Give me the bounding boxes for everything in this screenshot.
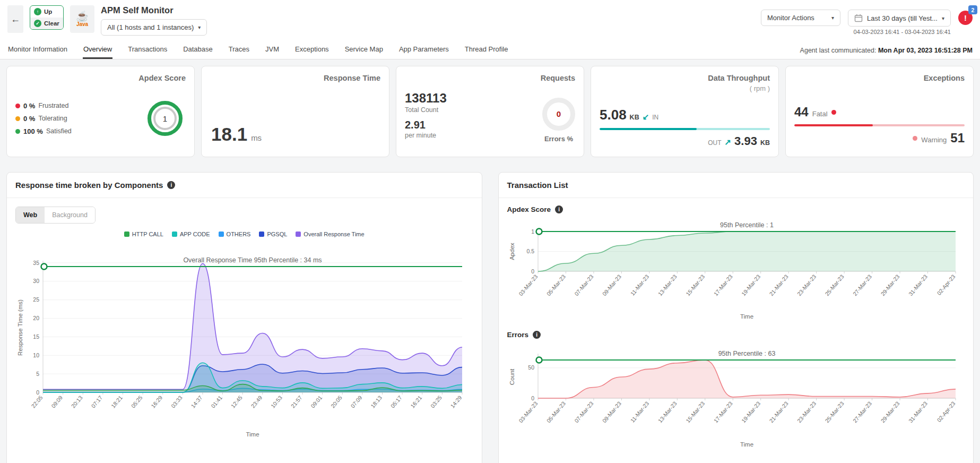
svg-text:29-Mar-23: 29-Mar-23 [879, 273, 900, 297]
panels-row: Response time broken by Components i Web… [6, 172, 974, 463]
out-arrow-icon: ↗ [725, 138, 732, 147]
svg-text:07-Mar-23: 07-Mar-23 [573, 273, 594, 297]
tab-overview[interactable]: Overview [83, 41, 112, 59]
status-clear: ✓ Clear [30, 18, 63, 29]
legend-item-overall-response-time[interactable]: Overall Response Time [296, 231, 364, 237]
tab-exceptions[interactable]: Exceptions [294, 41, 329, 59]
date-range-detail: 04-03-2023 16:41 - 03-04-2023 16:41 [854, 29, 951, 35]
svg-text:03-Mar-23: 03-Mar-23 [517, 273, 539, 297]
svg-text:15: 15 [33, 333, 39, 340]
svg-text:09:01: 09:01 [309, 394, 323, 409]
date-range-picker[interactable]: Last 30 days (till Yest... ▾ [848, 10, 951, 27]
svg-text:19-Mar-23: 19-Mar-23 [740, 400, 761, 424]
status-up: ↑ Up [30, 6, 63, 18]
tab-jvm[interactable]: JVM [265, 41, 280, 59]
svg-text:05:17: 05:17 [389, 394, 403, 409]
svg-text:12:45: 12:45 [230, 394, 244, 409]
toggle-background[interactable]: Background [45, 207, 95, 223]
info-icon[interactable]: i [167, 181, 175, 189]
svg-text:1: 1 [531, 228, 534, 235]
legend-item-pgsql[interactable]: PGSQL [259, 231, 287, 237]
svg-text:20: 20 [33, 315, 39, 321]
info-icon[interactable]: i [533, 331, 541, 339]
apdex-score-card: Apdex Score 0 % Frustrated 0 % Toleratin… [6, 66, 195, 157]
svg-text:01:41: 01:41 [210, 394, 223, 409]
status-clear-label: Clear [44, 20, 59, 27]
java-label: Java [76, 22, 88, 27]
data-throughput-card: Data Throughput ( rpm ) 5.08 KB ↙ IN OUT… [591, 66, 779, 157]
svg-text:95th Percentile : 1: 95th Percentile : 1 [720, 221, 774, 229]
svg-text:10: 10 [33, 352, 39, 358]
fatal-label: Fatal [812, 110, 828, 118]
svg-text:07:09: 07:09 [349, 394, 363, 409]
instance-selector-value: All (1 hosts and 1 instances) [107, 23, 194, 31]
exceptions-card: Exceptions 44 Fatal Warning 51 [785, 66, 974, 157]
requests-rate-label: per minute [405, 132, 447, 139]
alerts-button[interactable]: ! 2 [958, 11, 973, 25]
svg-text:09:09: 09:09 [50, 394, 64, 409]
tabs: Monitor InformationOverviewTransactionsD… [7, 41, 508, 59]
apdex-chart-title: Apdex Score [507, 205, 551, 213]
svg-text:21-Mar-23: 21-Mar-23 [768, 400, 789, 424]
tab-service-map[interactable]: Service Map [344, 41, 384, 59]
svg-text:18:13: 18:13 [369, 394, 383, 409]
svg-text:17-Mar-23: 17-Mar-23 [712, 400, 733, 424]
svg-text:16:21: 16:21 [409, 394, 423, 409]
svg-text:29-Mar-23: 29-Mar-23 [879, 400, 900, 424]
tab-app-parameters[interactable]: App Parameters [398, 41, 449, 59]
alert-count-badge: 2 [968, 5, 977, 14]
svg-text:09-Mar-23: 09-Mar-23 [601, 400, 622, 424]
card-title: Apdex Score [138, 74, 186, 82]
errors-percent-ring: 0 [542, 98, 575, 131]
svg-text:05-Mar-23: 05-Mar-23 [545, 273, 566, 297]
svg-text:03:25: 03:25 [429, 394, 443, 409]
tab-monitor-information[interactable]: Monitor Information [7, 41, 68, 59]
status-up-label: Up [44, 8, 52, 15]
toggle-web[interactable]: Web [16, 207, 45, 223]
web-background-toggle: Web Background [15, 207, 96, 224]
warning-value: 51 [950, 131, 965, 145]
legend-item-others[interactable]: OTHERS [219, 231, 251, 237]
monitor-actions-dropdown[interactable]: Monitor Actions ▾ [761, 10, 840, 26]
svg-text:18:21: 18:21 [110, 394, 124, 409]
tab-traces[interactable]: Traces [228, 41, 250, 59]
page-title: APM Self Monitor [101, 5, 207, 15]
svg-text:05-Mar-23: 05-Mar-23 [545, 400, 566, 424]
monitor-actions-label: Monitor Actions [767, 14, 814, 22]
throughput-out-label: OUT [708, 139, 721, 147]
apdex-chart[interactable]: 00.5103-Mar-2305-Mar-2307-Mar-2309-Mar-2… [507, 218, 964, 321]
legend-item-http-call[interactable]: HTTP CALL [124, 231, 163, 237]
legend-item-app-code[interactable]: APP CODE [172, 231, 210, 237]
legend-swatch [296, 231, 301, 237]
frustrated-value: 0 % [23, 102, 35, 110]
apdex-score-ring: 1 [148, 101, 183, 136]
svg-text:21-Mar-23: 21-Mar-23 [768, 273, 789, 297]
card-title: Data Throughput ( rpm ) [708, 74, 770, 92]
svg-text:10:53: 10:53 [270, 394, 283, 409]
throughput-bar [600, 128, 770, 130]
errors-chart[interactable]: 05003-Mar-2305-Mar-2307-Mar-2309-Mar-231… [507, 343, 964, 449]
card-title: Response Time [324, 74, 380, 82]
instance-selector[interactable]: All (1 hosts and 1 instances) ▾ [101, 19, 207, 36]
monitor-status-box: ↑ Up ✓ Clear [30, 5, 64, 30]
exceptions-bar [794, 124, 965, 126]
tab-database[interactable]: Database [183, 41, 213, 59]
svg-text:Overall Response Time 95th Per: Overall Response Time 95th Percentile : … [183, 256, 322, 264]
back-button[interactable]: ← [7, 5, 23, 33]
throughput-in-unit: KB [630, 114, 639, 121]
panel-title: Transaction List [507, 181, 568, 190]
info-icon[interactable]: i [555, 205, 563, 213]
frustrated-label: Frustrated [38, 102, 68, 109]
tab-bar: Monitor InformationOverviewTransactionsD… [0, 41, 980, 59]
tab-thread-profile[interactable]: Thread Profile [464, 41, 509, 59]
requests-card: Requests 138113 Total Count 2.91 per min… [396, 66, 584, 157]
components-chart[interactable]: 0510152025303522:0509:0920:1307:1718:210… [15, 238, 472, 439]
svg-text:05:25: 05:25 [130, 394, 144, 409]
card-title: Requests [541, 74, 575, 82]
svg-text:0.5: 0.5 [526, 248, 534, 254]
throughput-bar-fill [600, 128, 697, 130]
throughput-in-value: 5.08 [600, 107, 627, 123]
svg-text:17-Mar-23: 17-Mar-23 [712, 273, 733, 297]
tab-transactions[interactable]: Transactions [127, 41, 168, 59]
legend-swatch [172, 231, 177, 237]
